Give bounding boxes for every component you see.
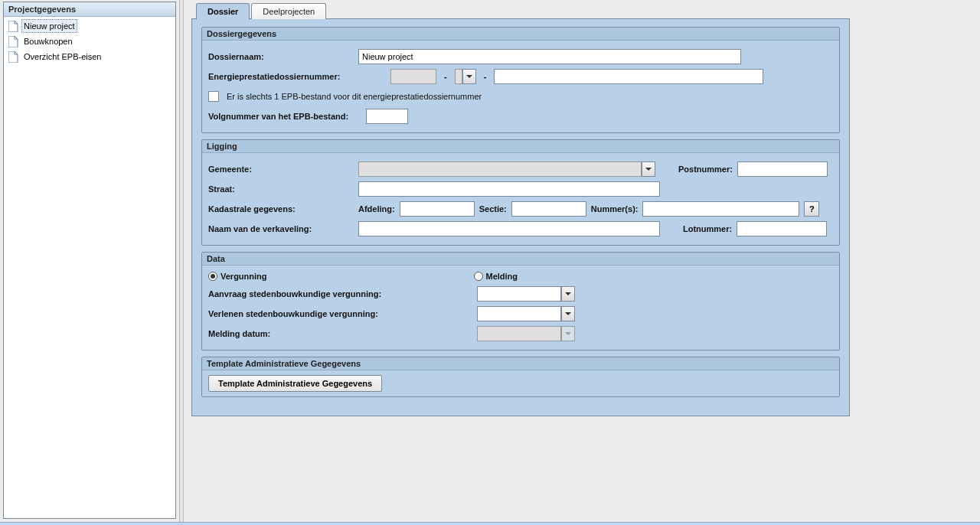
group-data: Data Vergunning Melding Aanvraag ste: [201, 252, 840, 351]
melding-date: [477, 326, 575, 341]
group-ligging: Ligging Gemeente: Postnummer:: [201, 139, 840, 246]
postnummer-input[interactable]: [737, 161, 828, 177]
volgnr-input[interactable]: [366, 109, 408, 124]
chevron-down-icon[interactable]: [561, 306, 575, 321]
verlenen-date-input[interactable]: [477, 306, 561, 321]
single-epb-checkbox[interactable]: [208, 91, 219, 102]
epd-label: Energieprestatiedossiernummer:: [208, 72, 386, 81]
group-dossiergegevens: Dossiergegevens Dossiernaam: Energiepres…: [201, 27, 840, 133]
kadastrale-label: Kadastrale gegevens:: [208, 204, 354, 214]
group-template: Template Administratieve Gegegevens Temp…: [201, 357, 840, 397]
separator: -: [481, 72, 490, 81]
radio-vergunning-label: Vergunning: [220, 272, 267, 281]
afdeling-label: Afdeling:: [358, 204, 395, 214]
tab-dossier[interactable]: Dossier: [196, 3, 250, 20]
tabstrip: Dossier Deelprojecten: [196, 3, 972, 19]
tree-item-label: Nieuw project: [21, 19, 77, 33]
main-area: Dossier Deelprojecten Dossiergegevens Do…: [184, 0, 980, 525]
document-icon: [8, 51, 18, 63]
project-tree: Nieuw project Bouwknopen Overzicht EPB-e…: [4, 17, 175, 66]
verkaveling-input[interactable]: [358, 221, 660, 236]
group-title: Dossiergegevens: [202, 28, 839, 41]
tree-item-bouwknopen[interactable]: Bouwknopen: [7, 34, 172, 49]
sidebar: Projectgegevens Nieuw project Bouwknopen…: [3, 2, 176, 519]
sidebar-title: Projectgegevens: [4, 2, 175, 17]
aanvraag-date[interactable]: [477, 286, 575, 302]
radio-vergunning[interactable]: [208, 272, 217, 281]
tree-item-label: Bouwknopen: [21, 34, 75, 48]
group-title: Data: [202, 253, 839, 266]
chevron-down-icon[interactable]: [462, 69, 476, 84]
verkaveling-label: Naam van de verkaveling:: [208, 224, 354, 233]
nummers-input[interactable]: [642, 201, 799, 217]
document-icon: [8, 21, 18, 32]
gemeente-combo[interactable]: [358, 161, 655, 177]
single-epb-label: Er is slechts 1 EPB-bestand voor dit ene…: [227, 92, 482, 101]
dossier-panel: Dossiergegevens Dossiernaam: Energiepres…: [191, 18, 850, 416]
radio-melding[interactable]: [474, 272, 483, 281]
sectie-input[interactable]: [511, 201, 586, 217]
document-icon: [8, 36, 18, 47]
chevron-down-icon: [561, 326, 575, 341]
verlenen-label: Verlenen stedenbouwkundige vergunning:: [208, 309, 472, 318]
separator: -: [441, 72, 450, 81]
nummers-label: Nummer(s):: [591, 204, 639, 214]
template-admin-button[interactable]: Template Administratieve Gegegevens: [208, 375, 382, 392]
postnummer-label: Postnummer:: [678, 165, 733, 174]
epd-part1-input: [390, 69, 436, 84]
aanvraag-date-input[interactable]: [477, 286, 561, 302]
dossiernaam-input[interactable]: [358, 49, 741, 64]
straat-input[interactable]: [358, 181, 660, 197]
straat-label: Straat:: [208, 184, 354, 194]
verlenen-date[interactable]: [477, 306, 575, 321]
tree-item-overzicht-epb[interactable]: Overzicht EPB-eisen: [7, 49, 172, 64]
melding-datum-label: Melding datum:: [208, 329, 472, 338]
tab-deelprojecten[interactable]: Deelprojecten: [251, 3, 326, 19]
dossiernaam-label: Dossiernaam:: [208, 52, 354, 61]
tree-item-nieuw-project[interactable]: Nieuw project: [7, 18, 172, 34]
group-title: Ligging: [202, 140, 839, 153]
lotnummer-label: Lotnummer:: [683, 224, 732, 233]
sectie-label: Sectie:: [479, 204, 507, 214]
help-button[interactable]: ?: [804, 201, 819, 217]
epd-part2-value: [455, 69, 462, 84]
epd-part3-input[interactable]: [494, 69, 763, 84]
radio-melding-label: Melding: [486, 272, 518, 281]
group-title: Template Administratieve Gegegevens: [202, 357, 839, 370]
epd-part2-combo[interactable]: [455, 69, 476, 84]
gemeente-value: [358, 161, 642, 177]
lotnummer-input[interactable]: [737, 221, 827, 236]
chevron-down-icon[interactable]: [561, 286, 575, 302]
chevron-down-icon[interactable]: [642, 161, 655, 177]
app-root: Projectgegevens Nieuw project Bouwknopen…: [0, 0, 980, 525]
gemeente-label: Gemeente:: [208, 165, 354, 174]
melding-date-input: [477, 326, 561, 341]
tree-item-label: Overzicht EPB-eisen: [21, 50, 103, 64]
volgnr-label: Volgnummer van het EPB-bestand:: [208, 112, 361, 121]
aanvraag-label: Aanvraag stedenbouwkundige vergunning:: [208, 289, 472, 298]
status-bar: [0, 522, 980, 525]
afdeling-input[interactable]: [400, 201, 475, 217]
